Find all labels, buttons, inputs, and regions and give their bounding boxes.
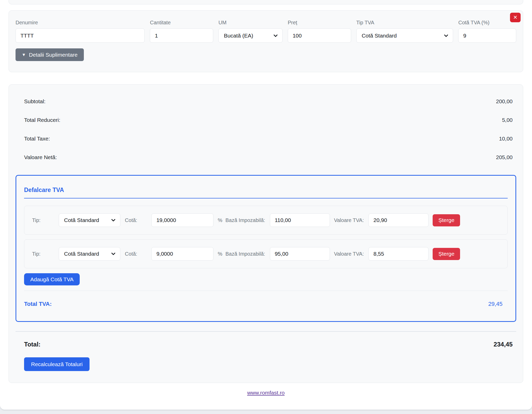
chevron-down-icon — [273, 33, 278, 38]
details-toggle-label: Detalii Suplimentare — [29, 52, 78, 58]
um-select[interactable]: Bucată (EA) — [218, 28, 283, 43]
grand-total-row: Total: 234,45 — [16, 341, 516, 348]
vat-amount-input[interactable] — [368, 247, 428, 261]
vat-total-row: Total TVA: 29,45 — [24, 300, 508, 308]
details-toggle-button[interactable]: ▼ Detalii Suplimentare — [16, 48, 84, 61]
tip-tva-label: Tip TVA — [356, 19, 453, 26]
triangle-down-icon: ▼ — [22, 53, 26, 57]
chevron-down-icon — [111, 251, 116, 256]
um-label: UM — [218, 19, 283, 26]
vat-type-select[interactable]: Cotă Standard — [59, 213, 120, 227]
cantitate-input[interactable] — [150, 28, 213, 43]
vat-type-select[interactable]: Cotă Standard — [59, 247, 120, 261]
main-panel: ✕ Denumire Cantitate UM Bucată (EA) — [0, 0, 532, 410]
tip-tva-select[interactable]: Cotă Standard — [356, 28, 453, 43]
delete-vat-button[interactable]: Șterge — [433, 248, 460, 260]
recalculate-totals-button[interactable]: Recalculează Totaluri — [24, 357, 90, 371]
vat-type-label: Tip: — [32, 251, 41, 257]
denumire-input[interactable] — [16, 28, 145, 43]
vat-rate-input[interactable] — [151, 213, 213, 227]
percent-sign: % — [218, 251, 222, 257]
field-cantitate: Cantitate — [150, 19, 213, 43]
vat-amount-label: Valoare TVA: — [334, 217, 364, 223]
subtotal-value: 200,00 — [496, 98, 513, 105]
vat-total-value: 29,45 — [488, 300, 503, 308]
cota-tva-label: Cotă TVA (%) — [458, 19, 516, 26]
totals-row: Total Taxe: 10,00 — [16, 135, 516, 142]
field-um: UM Bucată (EA) — [218, 19, 283, 43]
close-icon: ✕ — [513, 14, 518, 20]
grand-total-label: Total: — [24, 341, 41, 348]
totals-row: Total Reduceri: 5,00 — [16, 116, 516, 124]
vat-breakdown-section: Defalcare TVA Tip: Cotă Standard Cotă: %… — [16, 175, 516, 322]
tip-tva-select-value: Cotă Standard — [362, 33, 397, 39]
field-cota-tva: Cotă TVA (%) — [458, 19, 516, 43]
chevron-down-icon — [444, 33, 449, 38]
vat-rate-input[interactable] — [151, 247, 213, 261]
close-item-button[interactable]: ✕ — [510, 13, 521, 22]
pret-input[interactable] — [288, 28, 351, 43]
delete-vat-button[interactable]: Șterge — [433, 214, 460, 226]
vat-title-divider — [24, 198, 508, 198]
field-pret: Preț — [288, 19, 351, 43]
vat-section-divider — [24, 291, 508, 291]
vat-total-label: Total TVA: — [24, 300, 52, 308]
totals-card: Subtotal: 200,00 Total Reduceri: 5,00 To… — [9, 84, 523, 383]
vat-base-label: Bază Impozabilă: — [225, 251, 265, 257]
total-reduceri-label: Total Reduceri: — [24, 116, 60, 124]
grand-total-divider — [16, 331, 516, 332]
vat-type-select-value: Cotă Standard — [64, 217, 99, 223]
vat-type-select-value: Cotă Standard — [64, 251, 99, 257]
vat-base-input[interactable] — [270, 247, 330, 261]
pret-label: Preț — [288, 19, 351, 26]
add-vat-rate-button[interactable]: Adaugă Cotă TVA — [24, 273, 80, 285]
vat-amount-input[interactable] — [368, 213, 428, 227]
um-select-value: Bucată (EA) — [224, 33, 253, 39]
vat-amount-label: Valoare TVA: — [334, 251, 364, 257]
totals-row: Valoare Netă: 205,00 — [16, 153, 516, 161]
item-fields-row: Denumire Cantitate UM Bucată (EA) — [16, 19, 516, 43]
vat-breakdown-title: Defalcare TVA — [24, 186, 508, 194]
field-denumire: Denumire — [16, 19, 145, 43]
total-taxe-value: 10,00 — [499, 135, 513, 142]
vat-type-label: Tip: — [32, 217, 41, 223]
grand-total-value: 234,45 — [494, 341, 513, 348]
total-reduceri-value: 5,00 — [502, 116, 513, 124]
vat-base-label: Bază Impozabilă: — [225, 217, 265, 223]
vat-rate-label: Cotă: — [125, 217, 137, 223]
cota-tva-input[interactable] — [458, 28, 516, 43]
denumire-label: Denumire — [16, 19, 145, 26]
subtotal-label: Subtotal: — [24, 98, 46, 105]
valoare-neta-value: 205,00 — [496, 153, 513, 161]
field-tip-tva: Tip TVA Cotă Standard — [356, 19, 453, 43]
vat-row: Tip: Cotă Standard Cotă: % Bază Impozabi… — [24, 239, 508, 268]
total-taxe-label: Total Taxe: — [24, 135, 50, 142]
footer: www.romfast.ro — [9, 390, 523, 396]
chevron-down-icon — [111, 218, 116, 223]
vat-rate-label: Cotă: — [125, 251, 137, 257]
previous-item-card-partial — [9, 0, 523, 4]
vat-base-input[interactable] — [270, 213, 330, 227]
cantitate-label: Cantitate — [150, 19, 213, 26]
percent-sign: % — [218, 217, 222, 223]
vat-row: Tip: Cotă Standard Cotă: % Bază Impozabi… — [24, 206, 508, 235]
item-form-card: ✕ Denumire Cantitate UM Bucată (EA) — [9, 10, 523, 72]
valoare-neta-label: Valoare Netă: — [24, 153, 57, 161]
romfast-link[interactable]: www.romfast.ro — [247, 390, 285, 396]
totals-row: Subtotal: 200,00 — [16, 98, 516, 105]
